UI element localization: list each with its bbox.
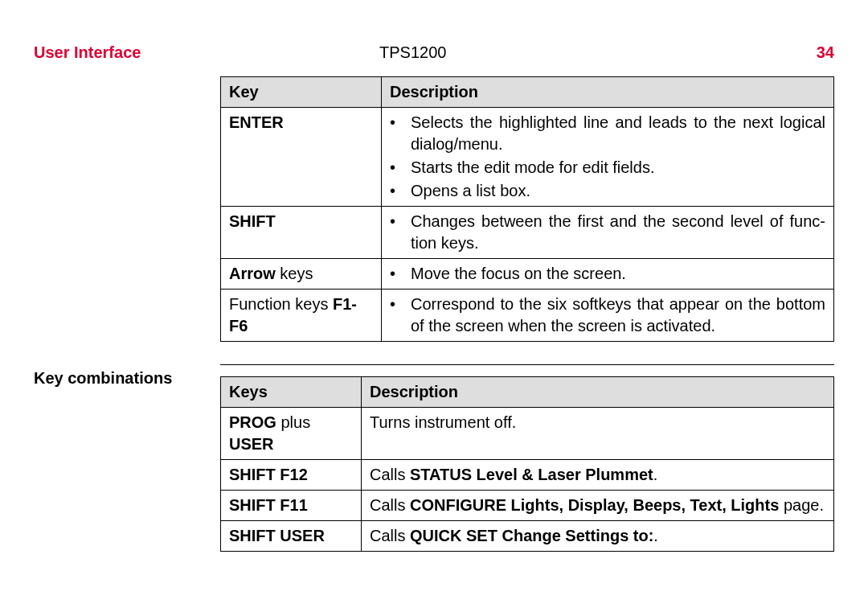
description-cell: Turns instrument off. (362, 408, 834, 460)
description-cell: Calls STATUS Level & Laser Plummet. (362, 460, 834, 491)
description-item: •Starts the edit mode for edit fields. (390, 157, 825, 179)
key-combinations-block: Key combinations Keys Description PROG p… (34, 364, 834, 552)
page-number: 34 (786, 43, 834, 62)
description-item: •Selects the highlighted line and leads … (390, 112, 825, 155)
table1-header-desc: Description (382, 77, 834, 108)
key-cell: SHIFT (221, 207, 382, 259)
table2-header-desc: Description (362, 377, 834, 408)
table-row: SHIFT F12Calls STATUS Level & Laser Plum… (221, 460, 834, 491)
description-cell: •Correspond to the six softkeys that app… (382, 290, 834, 342)
table-row: PROG plus USERTurns instrument off. (221, 408, 834, 460)
key-combinations-label: Key combinations (34, 364, 220, 388)
description-item: •Opens a list box. (390, 180, 825, 202)
table2-header-keys: Keys (221, 377, 362, 408)
key-cell: ENTER (221, 108, 382, 207)
description-cell: •Changes between the first and the secon… (382, 207, 834, 259)
key-cell: Arrow keys (221, 259, 382, 290)
table-row: SHIFT USERCalls QUICK SET Change Setting… (221, 521, 834, 552)
description-cell: •Move the focus on the screen. (382, 259, 834, 290)
key-descriptions-table: Key Description ENTER•Selects the highli… (220, 76, 834, 342)
page-header: User Interface TPS1200 34 (34, 43, 834, 62)
key-cell: Function keys F1-F6 (221, 290, 382, 342)
table-row: Function keys F1-F6•Correspond to the si… (221, 290, 834, 342)
bullet-icon: • (390, 294, 411, 337)
table-row: SHIFT•Changes between the first and the … (221, 207, 834, 259)
description-cell: Calls CONFIGURE Lights, Display, Beeps, … (362, 491, 834, 521)
table-row: SHIFT F11Calls CONFIGURE Lights, Display… (221, 491, 834, 521)
section-title: User Interface (34, 43, 379, 62)
key-combinations-table: Keys Description PROG plus USERTurns ins… (220, 376, 834, 552)
keys-cell: SHIFT F11 (221, 491, 362, 521)
bullet-icon: • (390, 211, 411, 254)
description-item: •Changes between the first and the secon… (390, 211, 825, 254)
description-item: •Correspond to the six softkeys that app… (390, 294, 825, 337)
bullet-icon: • (390, 157, 411, 179)
table-row: ENTER•Selects the highlighted line and l… (221, 108, 834, 207)
description-cell: Calls QUICK SET Change Settings to:. (362, 521, 834, 552)
description-item: •Move the focus on the screen. (390, 263, 825, 285)
keys-cell: SHIFT F12 (221, 460, 362, 491)
key-descriptions-block: Key Description ENTER•Selects the highli… (34, 76, 834, 342)
table1-header-key: Key (221, 77, 382, 108)
bullet-icon: • (390, 180, 411, 202)
document-title: TPS1200 (379, 43, 786, 62)
description-cell: •Selects the highlighted line and leads … (382, 108, 834, 207)
table-row: Arrow keys•Move the focus on the screen. (221, 259, 834, 290)
keys-cell: SHIFT USER (221, 521, 362, 552)
bullet-icon: • (390, 263, 411, 285)
key-descriptions-label (34, 76, 220, 81)
keys-cell: PROG plus USER (221, 408, 362, 460)
bullet-icon: • (390, 112, 411, 155)
